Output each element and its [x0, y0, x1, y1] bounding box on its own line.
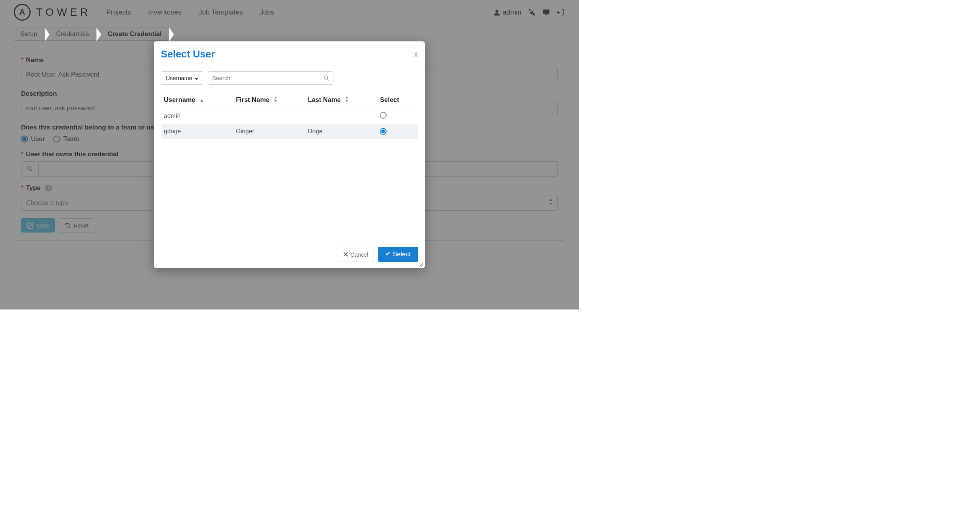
x-icon — [343, 251, 348, 258]
cell-first: Ginger — [233, 124, 305, 139]
select-button[interactable]: Select — [378, 247, 418, 262]
sort-icon — [345, 98, 349, 103]
cell-first — [233, 108, 305, 124]
modal-close-button[interactable]: x — [414, 50, 418, 59]
col-select: Select — [377, 92, 418, 108]
cancel-button-label: Cancel — [350, 251, 368, 258]
row-select-radio[interactable] — [380, 128, 387, 135]
search-icon[interactable] — [320, 74, 333, 82]
close-icon: x — [414, 50, 418, 58]
resize-handle[interactable] — [419, 262, 423, 267]
cell-last: Doge — [305, 124, 377, 139]
search-input[interactable] — [208, 72, 320, 84]
user-table: Username ▲ First Name Last Name — [161, 92, 418, 139]
sort-icon — [274, 98, 278, 103]
modal-title: Select User — [161, 48, 215, 60]
table-row[interactable]: admin — [161, 108, 418, 124]
search-filter-dropdown[interactable]: Username — [161, 71, 203, 85]
sort-asc-icon: ▲ — [199, 98, 204, 103]
select-user-modal: Select User x Username — [154, 41, 425, 268]
select-button-label: Select — [393, 251, 411, 258]
filter-label: Username — [166, 75, 192, 81]
cancel-button[interactable]: Cancel — [338, 247, 374, 262]
check-icon — [385, 251, 390, 258]
cell-username: gdoge — [161, 124, 233, 139]
search-box — [208, 71, 333, 85]
cell-username: admin — [161, 108, 233, 124]
row-select-radio[interactable] — [380, 112, 387, 119]
svg-point-2 — [324, 76, 328, 79]
col-username[interactable]: Username ▲ — [161, 92, 233, 108]
table-row[interactable]: gdoge Ginger Doge — [161, 124, 418, 139]
col-last-name[interactable]: Last Name — [305, 92, 377, 108]
cell-last — [305, 108, 377, 124]
caret-down-icon — [194, 75, 198, 81]
col-first-name[interactable]: First Name — [233, 92, 305, 108]
